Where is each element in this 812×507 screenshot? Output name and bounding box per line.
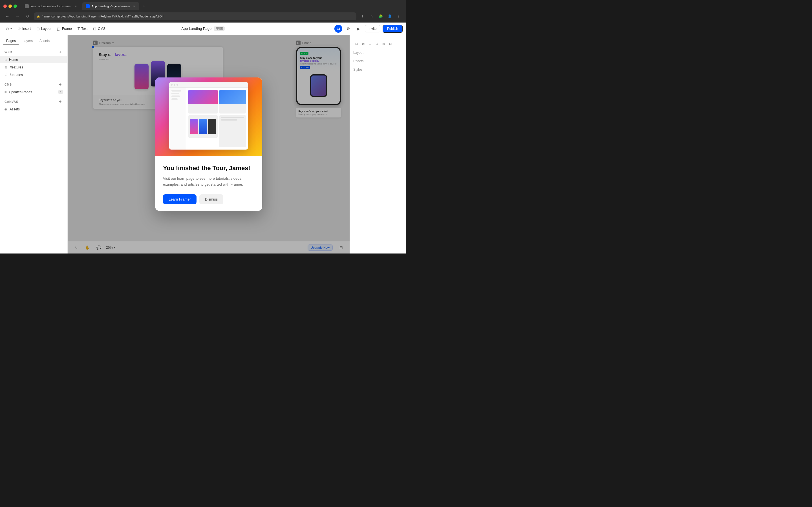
section-cms-header: CMS + — [0, 81, 67, 88]
sidebar-item-features[interactable]: ⊕ /features — [0, 63, 67, 71]
frame-icon: ⬚ — [57, 26, 61, 31]
minimize-button[interactable] — [8, 4, 12, 8]
sidebar-item-updates-pages[interactable]: ≡ Updates Pages 4 — [0, 88, 67, 96]
ss-dot-3 — [176, 84, 178, 86]
ss-phone-3 — [208, 119, 216, 134]
project-name: App Landing Page — [181, 26, 211, 31]
framer-icon: ⊙ — [6, 26, 9, 31]
tab-pages[interactable]: Pages — [3, 37, 18, 45]
learn-framer-button[interactable]: Learn Framer — [163, 194, 197, 204]
ss-phone-1 — [190, 119, 198, 134]
home-icon: ⌂ — [4, 57, 7, 62]
close-button[interactable] — [3, 4, 7, 8]
maximize-button[interactable] — [13, 4, 17, 8]
layout-section[interactable]: Layout — [353, 49, 403, 56]
downloads-btn[interactable]: ⬇ — [359, 12, 366, 20]
gear-icon: ⚙ — [347, 26, 350, 31]
forward-button[interactable]: → — [13, 12, 21, 20]
tab-2[interactable]: App Landing Page – Framer × — [82, 2, 139, 10]
back-button[interactable]: ← — [3, 12, 11, 20]
browser-tabs-bar: Your activation link for Framer. × App L… — [0, 0, 406, 10]
screenshot-sidebar — [169, 88, 186, 150]
sidebar-item-home[interactable]: ⌂ Home — [0, 56, 67, 63]
align-center-v-icon[interactable]: ⊠ — [380, 41, 387, 47]
styles-section[interactable]: Styles — [353, 66, 403, 73]
tab-layers[interactable]: Layers — [20, 37, 36, 45]
add-cms-button[interactable]: + — [58, 82, 63, 87]
align-right-icon[interactable]: ⊡ — [367, 41, 373, 47]
add-canvas-button[interactable]: + — [58, 99, 63, 104]
ss-card-2 — [219, 90, 246, 114]
insert-button[interactable]: ⊕ Insert — [15, 25, 33, 33]
insert-label: Insert — [22, 27, 31, 31]
align-icons-row: ⊟ ⊠ ⊡ ⊟ ⊠ ⊡ — [353, 40, 403, 48]
toolbar-right: JJ ⚙ ▶ Invite Publish — [335, 25, 403, 33]
tab-2-close[interactable]: × — [132, 4, 136, 8]
new-tab-button[interactable]: + — [140, 3, 147, 10]
free-badge: FREE — [214, 26, 225, 31]
modal-actions: Learn Framer Dismiss — [163, 194, 254, 204]
assets-icon: ◈ — [4, 107, 7, 111]
sidebar-item-assets[interactable]: ◈ Assets — [0, 105, 67, 113]
align-bottom-icon[interactable]: ⊡ — [387, 41, 393, 47]
preview-button[interactable]: ▶ — [355, 25, 363, 33]
layout-button[interactable]: ⊞ Layout — [34, 25, 54, 33]
tab-1[interactable]: Your activation link for Framer. × — [21, 2, 81, 10]
traffic-lights — [3, 4, 17, 8]
sidebar-item-updates[interactable]: ⊕ /updates — [0, 71, 67, 78]
layout-icon: ⊞ — [36, 26, 40, 31]
ss-card-bottom — [219, 115, 246, 147]
tab-assets[interactable]: Assets — [37, 37, 52, 45]
frame-button[interactable]: ⬚ Frame — [55, 25, 74, 33]
ss-card-1 — [188, 90, 218, 114]
dismiss-button[interactable]: Dismiss — [199, 194, 223, 204]
updates-pages-icon: ≡ — [4, 90, 7, 94]
section-canvas: Canvas + ◈ Assets — [0, 98, 67, 113]
browser-actions: ⬇ ☆ 🧩 👤 ⋮ — [359, 12, 403, 20]
cms-button[interactable]: ⊟ CMS — [91, 25, 108, 33]
address-bar[interactable]: 🔒 framer.com/projects/App-Landing-Page--… — [34, 12, 356, 20]
features-icon: ⊕ — [4, 65, 8, 69]
avatar-initials: JJ — [337, 27, 340, 31]
tab-1-close[interactable]: × — [74, 4, 78, 8]
profile-btn[interactable]: 👤 — [386, 12, 394, 20]
modal-overlay[interactable]: You finished the Tour, James! Visit our … — [68, 35, 350, 253]
align-left-icon[interactable]: ⊟ — [353, 41, 359, 47]
bookmarks-btn[interactable]: ☆ — [368, 12, 375, 20]
reload-button[interactable]: ↺ — [24, 12, 32, 20]
add-web-button[interactable]: + — [58, 50, 63, 55]
address-text: framer.com/projects/App-Landing-Page--hf… — [42, 15, 163, 18]
section-web: Web + ⌂ Home ⊕ /features ⊕ /updates — [0, 48, 67, 78]
framer-menu-button[interactable]: ⊙ ▾ — [3, 25, 14, 33]
screenshot-body — [169, 88, 248, 150]
invite-button[interactable]: Invite — [365, 25, 380, 33]
frame-label: Frame — [62, 27, 72, 31]
text-button[interactable]: T Text — [75, 25, 90, 33]
align-top-icon[interactable]: ⊟ — [373, 41, 380, 47]
modal-hero-screenshot — [169, 82, 248, 150]
more-btn[interactable]: ⋮ — [395, 12, 403, 20]
modal-hero — [155, 77, 262, 156]
main-area: Pages Layers Assets Web + ⌂ — [0, 35, 406, 253]
settings-button[interactable]: ⚙ — [345, 25, 352, 33]
cms-icon: ⊟ — [93, 26, 96, 31]
section-web-header: Web + — [0, 48, 67, 56]
tab-1-favicon — [25, 4, 29, 8]
lock-icon: 🔒 — [37, 15, 40, 18]
play-icon: ▶ — [357, 26, 360, 31]
toolbar-center: App Landing Page FREE — [181, 26, 225, 31]
app-container: ⊙ ▾ ⊕ Insert ⊞ Layout ⬚ Frame T Text ⊟ C… — [0, 22, 406, 253]
ss-phones — [188, 115, 218, 138]
ss-phone-2 — [199, 119, 207, 134]
avatar[interactable]: JJ — [335, 25, 342, 33]
cms-label: CMS — [98, 27, 105, 31]
publish-button[interactable]: Publish — [383, 25, 403, 33]
align-center-h-icon[interactable]: ⊠ — [360, 41, 366, 47]
layout-label: Layout — [41, 27, 51, 31]
effects-section[interactable]: Effects — [353, 57, 403, 65]
ss-dot-1 — [171, 84, 172, 86]
tab-1-label: Your activation link for Framer. — [31, 4, 72, 8]
modal-title: You finished the Tour, James! — [163, 164, 254, 172]
text-icon: T — [78, 26, 80, 31]
extensions-btn[interactable]: 🧩 — [377, 12, 385, 20]
